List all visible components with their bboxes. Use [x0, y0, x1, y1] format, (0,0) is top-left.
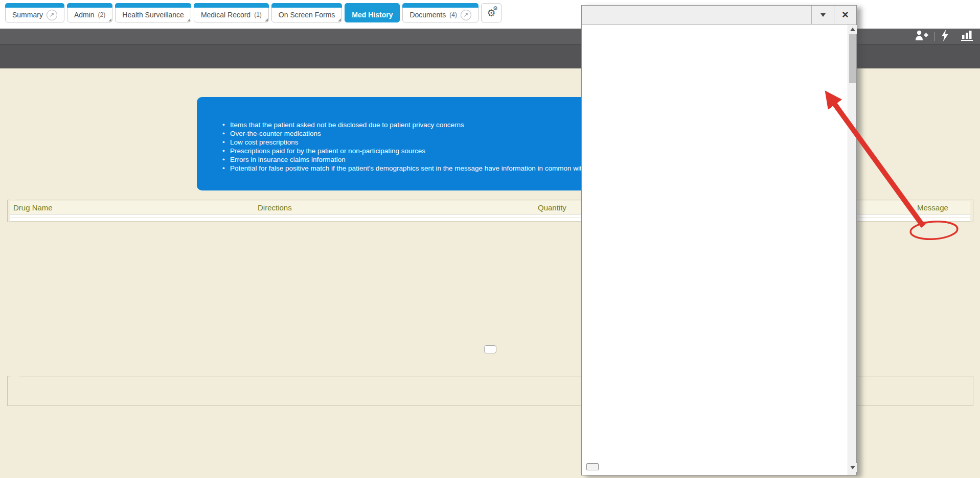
scroll-up-icon[interactable] [848, 25, 857, 34]
tab-notch-icon [265, 18, 268, 21]
notice-bullet-list: Items that the patient asked not be disc… [222, 121, 631, 173]
column-header-directions: Directions [255, 201, 535, 214]
tab-count: (4) [449, 11, 457, 18]
notice-bullet: Low cost prescriptions [222, 138, 631, 147]
tab-label: Medical Record [201, 11, 250, 19]
notice-bullet: Items that the patient asked not be disc… [222, 121, 631, 129]
tabs-row: Summary↗Admin(2)Health SurveillanceMedic… [5, 3, 502, 22]
notice-bullet: Errors in insurance claims information [222, 155, 631, 164]
notice-bullet: Potential for false positive match if th… [222, 164, 631, 173]
tab-notch-icon [108, 18, 111, 21]
tab-medical-record[interactable]: Medical Record(1) [194, 3, 269, 22]
modal-header: × [582, 6, 856, 25]
modal-body [582, 25, 856, 475]
tab-count: (2) [98, 11, 106, 18]
tab-count: (1) [254, 11, 262, 18]
gear-icon: ⚙ [493, 6, 498, 11]
chevron-down-icon [821, 13, 826, 17]
person-add-icon[interactable] [915, 30, 928, 43]
tab-notch-icon [338, 18, 341, 21]
page: { "colors": { "accent_blue": "#1a9bd7", … [0, 0, 980, 478]
tab-documents[interactable]: Documents(4)↗ [402, 3, 478, 22]
scroll-down-icon[interactable] [848, 463, 857, 472]
medication-from-message-modal: × [581, 5, 857, 475]
external-link-icon[interactable]: ↗ [461, 10, 471, 20]
tab-notch-icon [187, 18, 190, 21]
tab-health-surveillance[interactable]: Health Surveillance [115, 3, 191, 22]
bar-chart-icon[interactable] [961, 30, 973, 43]
tab-label: Med History [352, 11, 393, 19]
tab-med-history[interactable]: Med History [345, 3, 400, 22]
column-header-message: Message [914, 201, 970, 214]
annotation-circle [910, 220, 958, 241]
header-tools-divider [935, 32, 935, 41]
tab-label: Summary [12, 11, 43, 19]
lightning-bolt-icon[interactable] [941, 30, 949, 43]
import-medical-history-button[interactable] [484, 345, 496, 353]
tab-on-screen-forms[interactable]: On Screen Forms [271, 3, 342, 22]
tab-label: On Screen Forms [279, 11, 335, 19]
view-raw-button[interactable] [586, 463, 599, 470]
notice-bullet: Over-the-counter medications [222, 129, 631, 138]
tab-summary[interactable]: Summary↗ [5, 3, 64, 22]
tab-label: Documents [409, 11, 446, 19]
close-icon: × [842, 9, 849, 20]
external-link-icon[interactable]: ↗ [47, 10, 57, 20]
tab-label: Health Surveillance [122, 11, 184, 19]
notice-bullet: Prescriptions paid for by the patient or… [222, 147, 631, 155]
modal-title [582, 6, 811, 24]
past-medication-history-legend [11, 371, 19, 381]
column-header-drug-name: Drug Name [10, 201, 255, 214]
tab-admin[interactable]: Admin(2) [67, 3, 112, 22]
modal-scrollbar[interactable] [848, 25, 856, 475]
column-header-x [857, 201, 914, 214]
modal-close-button[interactable]: × [834, 6, 856, 24]
scrollbar-thumb[interactable] [849, 34, 856, 83]
tab-label: Admin [74, 11, 95, 19]
modal-collapse-button[interactable] [811, 6, 834, 24]
header-right-tools [915, 30, 973, 43]
settings-gear-button[interactable]: ⚙⚙ [481, 3, 502, 22]
